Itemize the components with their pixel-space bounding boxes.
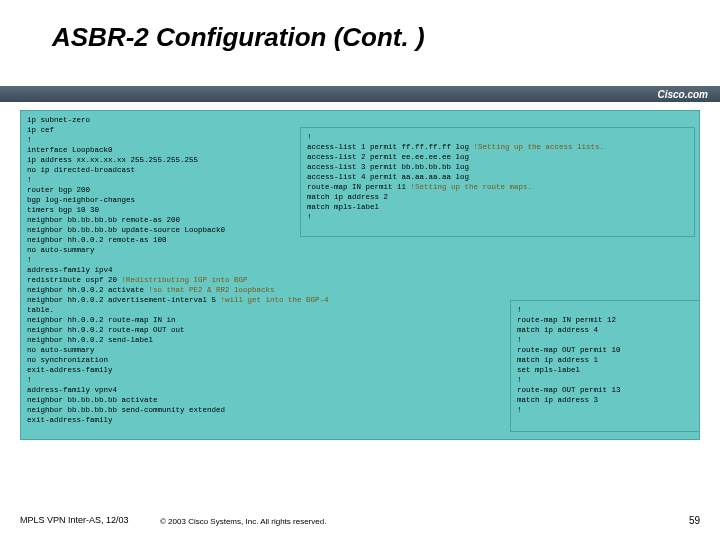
code-text: set mpls-label [517, 366, 580, 374]
code-text: match ip address 4 [517, 326, 598, 334]
code-text: ! [517, 406, 522, 414]
code-text: bgp log-neighbor-changes [27, 196, 135, 204]
code-line: ! [307, 132, 688, 142]
code-line: ! [27, 255, 693, 265]
code-text: exit-address-family [27, 416, 113, 424]
config-box-acl: !access-list 1 permit ff.ff.ff.ff log !S… [300, 127, 695, 237]
code-text: neighbor hh.0.0.2 route-map OUT out [27, 326, 185, 334]
code-line: set mpls-label [517, 365, 693, 375]
code-text: neighbor hh.0.0.2 remote-as 100 [27, 236, 167, 244]
code-line: ! [517, 405, 693, 415]
code-text: access-list 4 permit aa.aa.aa.aa log [307, 173, 469, 181]
code-text: ! [307, 213, 312, 221]
cisco-header-bar: Cisco.com [0, 86, 720, 102]
code-text: match mpls-label [307, 203, 379, 211]
code-text: neighbor hh.0.0.2 route-map IN in [27, 316, 176, 324]
code-text: ! [517, 376, 522, 384]
code-comment: !Redistributing IGP into BGP [122, 276, 248, 284]
code-line: match mpls-label [307, 202, 688, 212]
code-line: access-list 2 permit ee.ee.ee.ee log [307, 152, 688, 162]
code-comment: !Setting up the access lists. [474, 143, 605, 151]
code-text: ip cef [27, 126, 54, 134]
code-text: no ip directed-broadcast [27, 166, 135, 174]
code-text: neighbor hh.0.0.2 advertisement-interval… [27, 296, 221, 304]
code-text: neighbor bb.bb.bb.bb remote-as 200 [27, 216, 180, 224]
code-text: match ip address 3 [517, 396, 598, 404]
code-text: neighbor bb.bb.bb.bb activate [27, 396, 158, 404]
code-text: address-family vpnv4 [27, 386, 117, 394]
code-line: match ip address 4 [517, 325, 693, 335]
code-text: no auto-summary [27, 346, 95, 354]
code-line: access-list 4 permit aa.aa.aa.aa log [307, 172, 688, 182]
code-text: ! [517, 306, 522, 314]
code-text: access-list 1 permit ff.ff.ff.ff log [307, 143, 474, 151]
code-text: table. [27, 306, 54, 314]
code-line: ! [517, 335, 693, 345]
code-text: neighbor bb.bb.bb.bb update-source Loopb… [27, 226, 225, 234]
code-text: match ip address 2 [307, 193, 388, 201]
footer-copyright: © 2003 Cisco Systems, Inc. All rights re… [160, 517, 326, 526]
code-line: route-map IN permit 12 [517, 315, 693, 325]
code-text: router bgp 200 [27, 186, 90, 194]
code-text: ip subnet-zero [27, 116, 90, 124]
code-line: ! [517, 305, 693, 315]
code-text: redistribute ospf 20 [27, 276, 122, 284]
code-comment: !so that PE2 & RR2 loopbacks [149, 286, 275, 294]
code-text: timers bgp 10 30 [27, 206, 99, 214]
code-text: neighbor hh.0.0.2 activate [27, 286, 149, 294]
code-line: match ip address 2 [307, 192, 688, 202]
code-text: ip address xx.xx.xx.xx 255.255.255.255 [27, 156, 198, 164]
footer-left: MPLS VPN Inter-AS, 12/03 [20, 515, 129, 526]
code-text: address-family ipv4 [27, 266, 113, 274]
code-text: ! [27, 176, 32, 184]
code-text: route-map IN permit 12 [517, 316, 616, 324]
code-line: access-list 3 permit bb.bb.bb.bb log [307, 162, 688, 172]
code-line: route-map OUT permit 10 [517, 345, 693, 355]
code-comment: !Setting up the route maps. [411, 183, 533, 191]
code-text: ! [517, 336, 522, 344]
slide-title: ASBR-2 Configuration (Cont. ) [52, 22, 425, 53]
code-line: ! [517, 375, 693, 385]
code-text: neighbor hh.0.0.2 send-label [27, 336, 153, 344]
code-line: ! [307, 212, 688, 222]
code-line: match ip address 1 [517, 355, 693, 365]
code-line: access-list 1 permit ff.ff.ff.ff log !Se… [307, 142, 688, 152]
code-text: no auto-summary [27, 246, 95, 254]
code-text: route-map OUT permit 10 [517, 346, 621, 354]
code-text: ! [27, 136, 32, 144]
code-line: address-family ipv4 [27, 265, 693, 275]
footer-page: 59 [689, 515, 700, 526]
code-text: ! [27, 256, 32, 264]
code-line: neighbor hh.0.0.2 activate !so that PE2 … [27, 285, 693, 295]
config-box-routemap: !route-map IN permit 12match ip address … [510, 300, 700, 432]
code-line: redistribute ospf 20 !Redistributing IGP… [27, 275, 693, 285]
code-text: neighbor bb.bb.bb.bb send-community exte… [27, 406, 225, 414]
code-text: route-map IN permit 11 [307, 183, 411, 191]
code-line: ip subnet-zero [27, 115, 693, 125]
slide: ASBR-2 Configuration (Cont. ) Cisco.com … [0, 0, 720, 540]
code-line: route-map IN permit 11 !Setting up the r… [307, 182, 688, 192]
code-text: access-list 3 permit bb.bb.bb.bb log [307, 163, 469, 171]
code-line: no auto-summary [27, 245, 693, 255]
code-text: match ip address 1 [517, 356, 598, 364]
code-line: match ip address 3 [517, 395, 693, 405]
code-comment: !will get into the BGP-4 [221, 296, 329, 304]
code-text: route-map OUT permit 13 [517, 386, 621, 394]
code-text: interface Loopback0 [27, 146, 113, 154]
code-text: no synchronization [27, 356, 108, 364]
code-text: ! [27, 376, 32, 384]
cisco-logo-label: Cisco.com [657, 89, 708, 100]
code-line: route-map OUT permit 13 [517, 385, 693, 395]
code-text: access-list 2 permit ee.ee.ee.ee log [307, 153, 469, 161]
code-text: exit-address-family [27, 366, 113, 374]
code-text: ! [307, 133, 312, 141]
